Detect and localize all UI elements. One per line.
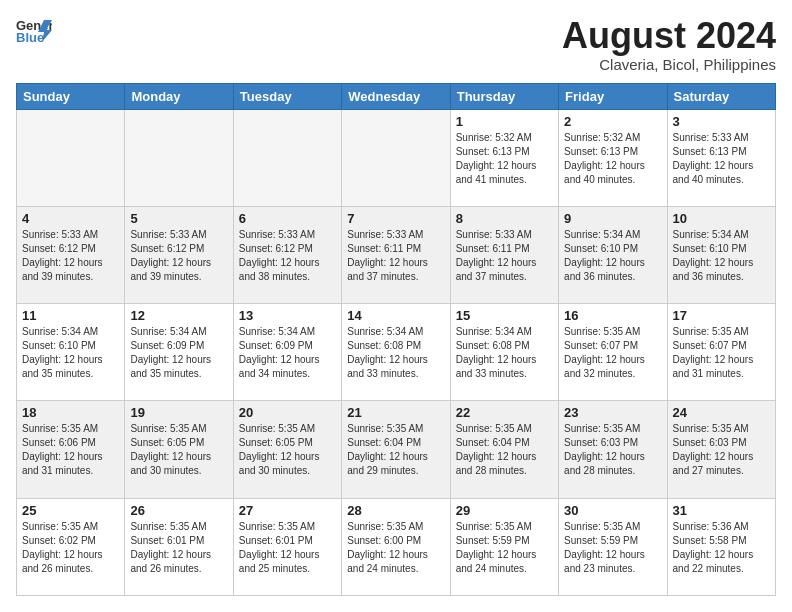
day-number: 10 — [673, 211, 770, 226]
logo: General Blue — [16, 16, 52, 44]
calendar-cell: 6Sunrise: 5:33 AM Sunset: 6:12 PM Daylig… — [233, 206, 341, 303]
calendar-cell: 31Sunrise: 5:36 AM Sunset: 5:58 PM Dayli… — [667, 498, 775, 595]
calendar-cell: 9Sunrise: 5:34 AM Sunset: 6:10 PM Daylig… — [559, 206, 667, 303]
day-info: Sunrise: 5:35 AM Sunset: 6:04 PM Dayligh… — [456, 422, 553, 478]
day-info: Sunrise: 5:35 AM Sunset: 6:02 PM Dayligh… — [22, 520, 119, 576]
day-number: 6 — [239, 211, 336, 226]
day-number: 30 — [564, 503, 661, 518]
calendar-cell — [342, 109, 450, 206]
day-number: 9 — [564, 211, 661, 226]
weekday-saturday: Saturday — [667, 83, 775, 109]
day-info: Sunrise: 5:34 AM Sunset: 6:10 PM Dayligh… — [673, 228, 770, 284]
calendar-cell: 1Sunrise: 5:32 AM Sunset: 6:13 PM Daylig… — [450, 109, 558, 206]
day-info: Sunrise: 5:36 AM Sunset: 5:58 PM Dayligh… — [673, 520, 770, 576]
calendar-cell: 18Sunrise: 5:35 AM Sunset: 6:06 PM Dayli… — [17, 401, 125, 498]
calendar-cell: 10Sunrise: 5:34 AM Sunset: 6:10 PM Dayli… — [667, 206, 775, 303]
logo-icon: General Blue — [16, 16, 52, 44]
calendar-cell: 4Sunrise: 5:33 AM Sunset: 6:12 PM Daylig… — [17, 206, 125, 303]
week-row-5: 25Sunrise: 5:35 AM Sunset: 6:02 PM Dayli… — [17, 498, 776, 595]
day-number: 26 — [130, 503, 227, 518]
day-info: Sunrise: 5:35 AM Sunset: 6:01 PM Dayligh… — [130, 520, 227, 576]
calendar-table: SundayMondayTuesdayWednesdayThursdayFrid… — [16, 83, 776, 596]
weekday-monday: Monday — [125, 83, 233, 109]
day-number: 14 — [347, 308, 444, 323]
calendar-cell: 25Sunrise: 5:35 AM Sunset: 6:02 PM Dayli… — [17, 498, 125, 595]
day-number: 29 — [456, 503, 553, 518]
day-info: Sunrise: 5:33 AM Sunset: 6:12 PM Dayligh… — [239, 228, 336, 284]
day-info: Sunrise: 5:34 AM Sunset: 6:10 PM Dayligh… — [564, 228, 661, 284]
weekday-thursday: Thursday — [450, 83, 558, 109]
calendar-cell: 26Sunrise: 5:35 AM Sunset: 6:01 PM Dayli… — [125, 498, 233, 595]
day-number: 17 — [673, 308, 770, 323]
week-row-3: 11Sunrise: 5:34 AM Sunset: 6:10 PM Dayli… — [17, 304, 776, 401]
calendar-cell: 2Sunrise: 5:32 AM Sunset: 6:13 PM Daylig… — [559, 109, 667, 206]
day-number: 20 — [239, 405, 336, 420]
day-number: 19 — [130, 405, 227, 420]
day-info: Sunrise: 5:35 AM Sunset: 6:03 PM Dayligh… — [673, 422, 770, 478]
day-number: 25 — [22, 503, 119, 518]
day-info: Sunrise: 5:35 AM Sunset: 6:07 PM Dayligh… — [673, 325, 770, 381]
day-number: 31 — [673, 503, 770, 518]
day-info: Sunrise: 5:33 AM Sunset: 6:12 PM Dayligh… — [130, 228, 227, 284]
day-info: Sunrise: 5:35 AM Sunset: 6:04 PM Dayligh… — [347, 422, 444, 478]
calendar-cell: 12Sunrise: 5:34 AM Sunset: 6:09 PM Dayli… — [125, 304, 233, 401]
day-info: Sunrise: 5:34 AM Sunset: 6:08 PM Dayligh… — [456, 325, 553, 381]
day-info: Sunrise: 5:34 AM Sunset: 6:09 PM Dayligh… — [239, 325, 336, 381]
day-info: Sunrise: 5:35 AM Sunset: 6:03 PM Dayligh… — [564, 422, 661, 478]
calendar-cell: 5Sunrise: 5:33 AM Sunset: 6:12 PM Daylig… — [125, 206, 233, 303]
calendar-cell — [233, 109, 341, 206]
day-number: 13 — [239, 308, 336, 323]
calendar-cell: 29Sunrise: 5:35 AM Sunset: 5:59 PM Dayli… — [450, 498, 558, 595]
calendar-cell — [17, 109, 125, 206]
day-number: 21 — [347, 405, 444, 420]
day-number: 12 — [130, 308, 227, 323]
day-number: 15 — [456, 308, 553, 323]
day-number: 11 — [22, 308, 119, 323]
day-number: 5 — [130, 211, 227, 226]
day-info: Sunrise: 5:32 AM Sunset: 6:13 PM Dayligh… — [456, 131, 553, 187]
weekday-tuesday: Tuesday — [233, 83, 341, 109]
calendar-cell: 21Sunrise: 5:35 AM Sunset: 6:04 PM Dayli… — [342, 401, 450, 498]
day-number: 8 — [456, 211, 553, 226]
week-row-2: 4Sunrise: 5:33 AM Sunset: 6:12 PM Daylig… — [17, 206, 776, 303]
calendar-cell: 17Sunrise: 5:35 AM Sunset: 6:07 PM Dayli… — [667, 304, 775, 401]
weekday-sunday: Sunday — [17, 83, 125, 109]
calendar-cell: 24Sunrise: 5:35 AM Sunset: 6:03 PM Dayli… — [667, 401, 775, 498]
header: General Blue August 2024 Claveria, Bicol… — [16, 16, 776, 73]
calendar-cell: 20Sunrise: 5:35 AM Sunset: 6:05 PM Dayli… — [233, 401, 341, 498]
main-title: August 2024 — [562, 16, 776, 56]
day-number: 22 — [456, 405, 553, 420]
day-info: Sunrise: 5:35 AM Sunset: 6:00 PM Dayligh… — [347, 520, 444, 576]
day-number: 24 — [673, 405, 770, 420]
calendar-cell: 22Sunrise: 5:35 AM Sunset: 6:04 PM Dayli… — [450, 401, 558, 498]
svg-text:Blue: Blue — [16, 30, 44, 44]
day-number: 7 — [347, 211, 444, 226]
day-info: Sunrise: 5:35 AM Sunset: 5:59 PM Dayligh… — [564, 520, 661, 576]
calendar-cell: 7Sunrise: 5:33 AM Sunset: 6:11 PM Daylig… — [342, 206, 450, 303]
calendar-cell: 27Sunrise: 5:35 AM Sunset: 6:01 PM Dayli… — [233, 498, 341, 595]
week-row-1: 1Sunrise: 5:32 AM Sunset: 6:13 PM Daylig… — [17, 109, 776, 206]
day-info: Sunrise: 5:35 AM Sunset: 5:59 PM Dayligh… — [456, 520, 553, 576]
day-number: 2 — [564, 114, 661, 129]
calendar-cell: 13Sunrise: 5:34 AM Sunset: 6:09 PM Dayli… — [233, 304, 341, 401]
day-info: Sunrise: 5:34 AM Sunset: 6:09 PM Dayligh… — [130, 325, 227, 381]
day-info: Sunrise: 5:35 AM Sunset: 6:05 PM Dayligh… — [239, 422, 336, 478]
day-info: Sunrise: 5:33 AM Sunset: 6:13 PM Dayligh… — [673, 131, 770, 187]
day-info: Sunrise: 5:32 AM Sunset: 6:13 PM Dayligh… — [564, 131, 661, 187]
calendar-cell: 16Sunrise: 5:35 AM Sunset: 6:07 PM Dayli… — [559, 304, 667, 401]
weekday-friday: Friday — [559, 83, 667, 109]
weekday-header-row: SundayMondayTuesdayWednesdayThursdayFrid… — [17, 83, 776, 109]
calendar-cell: 3Sunrise: 5:33 AM Sunset: 6:13 PM Daylig… — [667, 109, 775, 206]
day-info: Sunrise: 5:35 AM Sunset: 6:05 PM Dayligh… — [130, 422, 227, 478]
day-number: 1 — [456, 114, 553, 129]
day-info: Sunrise: 5:33 AM Sunset: 6:12 PM Dayligh… — [22, 228, 119, 284]
day-info: Sunrise: 5:35 AM Sunset: 6:06 PM Dayligh… — [22, 422, 119, 478]
subtitle: Claveria, Bicol, Philippines — [562, 56, 776, 73]
weekday-wednesday: Wednesday — [342, 83, 450, 109]
day-info: Sunrise: 5:34 AM Sunset: 6:10 PM Dayligh… — [22, 325, 119, 381]
week-row-4: 18Sunrise: 5:35 AM Sunset: 6:06 PM Dayli… — [17, 401, 776, 498]
calendar-cell: 8Sunrise: 5:33 AM Sunset: 6:11 PM Daylig… — [450, 206, 558, 303]
day-number: 4 — [22, 211, 119, 226]
day-info: Sunrise: 5:35 AM Sunset: 6:07 PM Dayligh… — [564, 325, 661, 381]
calendar-cell: 15Sunrise: 5:34 AM Sunset: 6:08 PM Dayli… — [450, 304, 558, 401]
